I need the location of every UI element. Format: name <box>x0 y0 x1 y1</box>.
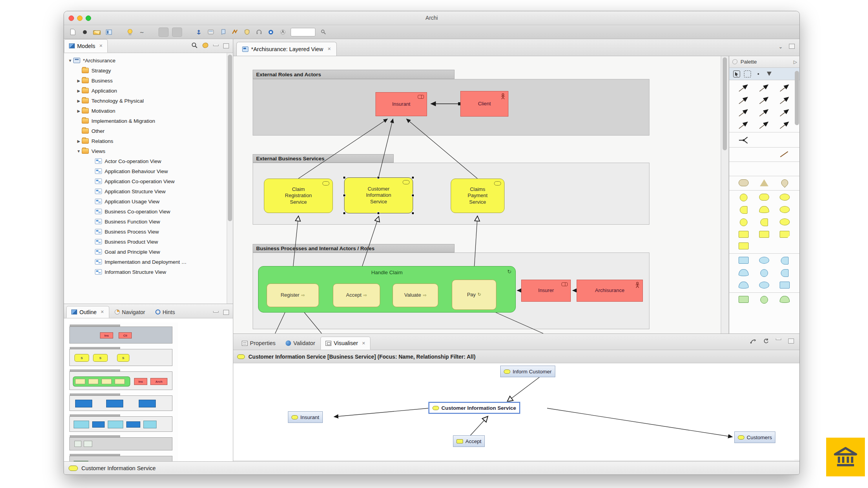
element-accept[interactable]: Accept⇨ <box>333 284 380 307</box>
selection-handle[interactable] <box>412 194 414 197</box>
visualiser-canvas[interactable]: Inform Customer Customer Information Ser… <box>233 363 794 460</box>
application-element-tool[interactable] <box>739 257 749 266</box>
application-element-tool[interactable] <box>760 269 768 278</box>
models-scrollbar[interactable] <box>227 53 233 304</box>
tree-item[interactable]: Business Co-operation View <box>64 206 227 217</box>
tree-item[interactable]: Implementation and Deployment … <box>64 257 227 267</box>
relation-tool[interactable] <box>779 83 790 93</box>
business-element-tool[interactable] <box>780 206 790 215</box>
element-claim-registration-service[interactable]: Claim Registration Service <box>264 179 333 213</box>
element-claims-payment-service[interactable]: Claims Payment Service <box>451 179 505 213</box>
tree-item[interactable]: Information Structure View <box>64 267 227 277</box>
tree-item[interactable]: Actor Co-operation View <box>64 156 227 166</box>
business-element-tool[interactable] <box>759 194 769 203</box>
canvas-scrollbar[interactable] <box>721 56 729 333</box>
diagram-canvas[interactable]: External Roles and Actors External Busin… <box>233 56 721 333</box>
business-element-tool[interactable] <box>740 206 747 215</box>
tab-outline[interactable]: Outline ✕ <box>66 306 109 318</box>
relation-tool[interactable] <box>758 120 770 130</box>
other-element-tool[interactable] <box>740 165 747 174</box>
relation-tool[interactable] <box>779 108 790 117</box>
application-element-tool[interactable] <box>739 269 749 278</box>
marquee-tool[interactable] <box>744 70 751 77</box>
application-element-tool[interactable] <box>759 282 769 290</box>
toolbar-search-input[interactable] <box>291 28 315 36</box>
maximize-panel-icon[interactable] <box>788 339 794 344</box>
sketch-tool-icon[interactable] <box>231 28 239 36</box>
tab-layered-view[interactable]: *Archisurance: Layered View ✕ <box>236 42 337 56</box>
tree-item[interactable]: Business Product View <box>64 237 227 247</box>
tree-item[interactable]: Application Structure View <box>64 186 227 196</box>
tree-item[interactable]: Goal and Principle View <box>64 247 227 257</box>
business-element-tool[interactable] <box>740 194 747 203</box>
selection-handle[interactable] <box>412 176 414 179</box>
business-element-tool[interactable] <box>760 218 768 228</box>
business-element-tool[interactable] <box>780 231 790 239</box>
maximize-panel-icon[interactable] <box>223 43 229 48</box>
tree-item[interactable]: Strategy <box>64 65 227 76</box>
element-pay[interactable]: Pay↻ <box>452 280 496 310</box>
relation-tool[interactable] <box>758 96 770 105</box>
tree-item[interactable]: ▶ Business <box>64 76 227 86</box>
select-tool[interactable] <box>733 70 740 77</box>
properties-view-icon[interactable] <box>105 28 113 36</box>
palette-scrollbar-thumb[interactable] <box>795 71 799 125</box>
business-element-tool[interactable] <box>739 231 749 239</box>
search-icon[interactable] <box>191 42 198 50</box>
selection-handle[interactable] <box>343 176 346 179</box>
vis-node-insurant[interactable]: Insurant <box>288 411 323 423</box>
window-tool-icon[interactable] <box>207 28 215 36</box>
canvas-scrollbar-thumb[interactable] <box>723 57 727 150</box>
editor-menu-icon[interactable]: ⌄ <box>778 44 783 50</box>
close-icon[interactable]: ✕ <box>327 46 331 52</box>
link-selection-icon[interactable] <box>750 339 756 345</box>
annotation-tool[interactable] <box>739 151 749 159</box>
maximize-editor-icon[interactable] <box>789 44 795 49</box>
vis-node-customers[interactable]: Customers <box>734 431 775 443</box>
tree-item[interactable]: ▼ Views <box>64 146 227 156</box>
vis-node-accept[interactable]: Accept <box>453 435 485 447</box>
business-element-tool[interactable] <box>780 218 790 228</box>
format-painter-tool[interactable] <box>755 70 762 77</box>
relation-tool[interactable] <box>779 120 790 130</box>
expand-arrow-icon[interactable]: ▶ <box>76 109 82 113</box>
relation-tool[interactable] <box>758 83 770 93</box>
palette-scrollbar[interactable] <box>794 69 799 331</box>
tree-item[interactable]: Business Process View <box>64 227 227 237</box>
tree-item[interactable]: ▶ Motivation <box>64 106 227 116</box>
element-insurant[interactable]: Insurant <box>375 92 427 116</box>
element-insurer[interactable]: Insurer <box>521 280 571 302</box>
business-element-tool[interactable] <box>759 231 769 239</box>
business-element-tool[interactable] <box>759 206 769 215</box>
application-element-tool[interactable] <box>759 257 769 266</box>
relation-tool[interactable] <box>738 120 749 130</box>
minimize-panel-icon[interactable] <box>213 45 219 46</box>
annotation-tool[interactable] <box>780 151 790 159</box>
minimize-panel-icon[interactable] <box>213 311 219 313</box>
element-register[interactable]: Register⇨ <box>267 284 319 307</box>
element-valuate[interactable]: Valuate⇨ <box>393 284 438 307</box>
close-icon[interactable]: ✕ <box>99 43 103 48</box>
tab-visualiser[interactable]: Visualiser ✕ <box>320 337 370 350</box>
lamp-icon[interactable] <box>126 28 134 36</box>
element-client[interactable]: Client <box>460 91 508 117</box>
application-element-tool[interactable] <box>781 269 789 278</box>
tree-item[interactable]: Implementation & Migration <box>64 116 227 126</box>
new-file-icon[interactable] <box>69 28 77 36</box>
plugin-o-icon[interactable] <box>267 28 275 36</box>
tree-item[interactable]: Application Co-operation View <box>64 176 227 186</box>
tree-item[interactable]: Business Function View <box>64 217 227 227</box>
strategy-element-tool[interactable] <box>739 179 749 188</box>
expand-arrow-icon[interactable]: ▶ <box>76 139 82 143</box>
minimize-panel-icon[interactable] <box>776 339 781 340</box>
anchor-icon[interactable] <box>195 28 203 36</box>
business-element-tool[interactable] <box>740 218 747 228</box>
relation-tool[interactable] <box>758 108 770 117</box>
other-element-tool[interactable] <box>759 165 769 174</box>
expand-arrow-icon[interactable]: ▶ <box>76 79 82 83</box>
tree-item[interactable]: ▶ Application <box>64 86 227 96</box>
strategy-element-tool[interactable] <box>781 179 788 188</box>
expand-arrow-icon[interactable]: ▼ <box>76 149 82 153</box>
tree-item[interactable]: ▶ Relations <box>64 136 227 146</box>
application-element-tool[interactable] <box>739 282 749 290</box>
